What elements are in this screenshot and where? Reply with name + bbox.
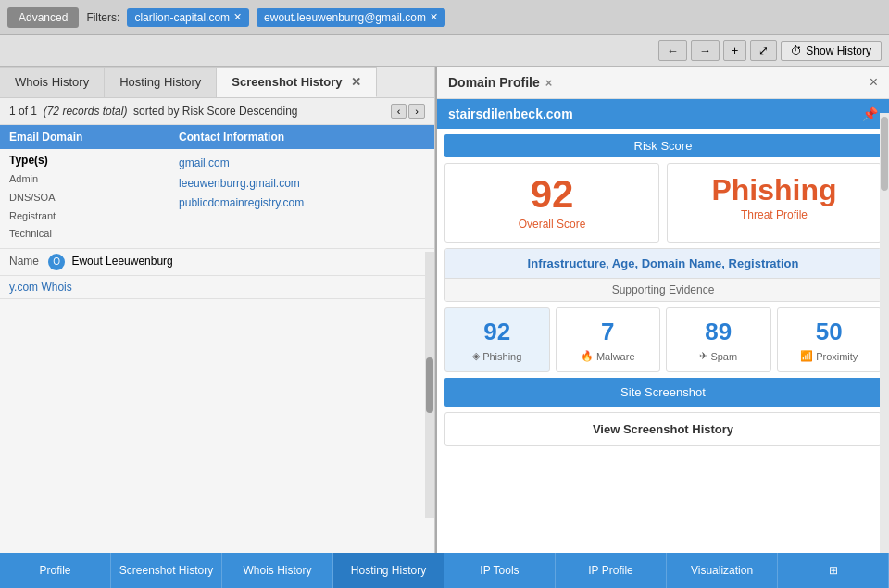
records-next-button[interactable]: › <box>408 104 425 119</box>
threat-label: Threat Profile <box>675 208 873 221</box>
show-history-label: Show History <box>806 44 871 57</box>
bottom-tab-ip-profile[interactable]: IP Profile <box>556 553 667 588</box>
col-contact-info: Contact Information <box>169 125 434 149</box>
show-history-button[interactable]: ⏱ Show History <box>781 41 882 61</box>
table-container: Email Domain Contact Information Type(s)… <box>0 125 434 299</box>
modal-header: Domain Profile × × <box>437 67 889 99</box>
nav-plus-button[interactable]: + <box>723 40 747 61</box>
spam-score-label: ✈ Spam <box>670 350 767 362</box>
scores-row: 92 ◈ Phishing 7 🔥 Malware 89 ✈ Spam <box>444 307 882 372</box>
proximity-icon: 📶 <box>800 350 813 362</box>
view-screenshot-button[interactable]: View Screenshot History <box>444 412 882 446</box>
overall-score-number: 92 <box>453 175 651 214</box>
table-row: Type(s) Admin DNS/SOA Registrant Technic… <box>0 149 434 249</box>
malware-score-num: 7 <box>560 318 657 346</box>
spam-icon: ✈ <box>699 350 707 362</box>
left-panel: Whois History Hosting History Screenshot… <box>0 67 435 553</box>
col-email-domain: Email Domain <box>0 125 169 149</box>
top-bar: Advanced Filters: clarlion-capital.com ✕… <box>0 0 889 35</box>
records-nav: ‹ › <box>391 104 425 119</box>
tab-hosting-history[interactable]: Hosting History <box>105 67 217 97</box>
filter-tag-1: clarlion-capital.com ✕ <box>127 8 249 27</box>
domain-header: stairsdilenbeck.com 📌 <box>437 99 889 129</box>
records-bar: 1 of 1 (72 records total) sorted by Risk… <box>0 98 434 125</box>
modal-close-button[interactable]: × <box>870 74 878 91</box>
filter-tag-2-text: ewout.leeuwenburrg@gmail.com <box>264 11 426 24</box>
bottom-tab-profile[interactable]: Profile <box>0 553 111 588</box>
malware-icon: 🔥 <box>581 350 594 362</box>
modal-title-text: Domain Profile <box>448 75 540 90</box>
phishing-score-num: 92 <box>449 318 545 346</box>
threat-profile-box: Phishing Threat Profile <box>667 163 882 243</box>
filter-tag-1-text: clarlion-capital.com <box>134 11 230 24</box>
malware-score-label: 🔥 Malware <box>560 350 657 362</box>
email-domain-cell: gmail.com leeuwenburrg.gmail.com publicd… <box>169 149 434 249</box>
domain-profile-modal: Domain Profile × × stairsdilenbeck.com 📌… <box>435 67 889 553</box>
whois-row: y.com Whois <box>0 276 434 299</box>
records-prev-button[interactable]: ‹ <box>391 104 407 119</box>
overall-score-box: 92 Overall Score <box>444 163 659 243</box>
score-row: 92 Overall Score Phishing Threat Profile <box>444 163 882 243</box>
nav-left-button[interactable]: ← <box>658 40 687 61</box>
filter-tag-2-close[interactable]: ✕ <box>430 11 438 23</box>
risk-score-header: Risk Score <box>444 134 882 157</box>
bottom-tab-whois-history[interactable]: Whois History <box>222 553 333 588</box>
score-spam: 89 ✈ Spam <box>666 307 771 372</box>
clock-icon: ⏱ <box>791 44 802 57</box>
modal-title-close-x[interactable]: × <box>545 76 553 90</box>
threat-text: Phishing <box>675 175 873 205</box>
modal-title: Domain Profile × <box>448 75 552 90</box>
modal-body: stairsdilenbeck.com 📌 Risk Score 92 Over… <box>437 99 889 553</box>
score-proximity: 50 📶 Proximity <box>777 307 883 372</box>
bottom-bar: Profile Screenshot History Whois History… <box>0 553 889 588</box>
records-text: 1 of 1 (72 records total) sorted by Risk… <box>9 105 298 118</box>
proximity-score-label: 📶 Proximity <box>782 350 878 362</box>
score-phishing: 92 ◈ Phishing <box>444 307 550 372</box>
filters-label: Filters: <box>86 11 119 24</box>
bottom-tab-hosting-history[interactable]: Hosting History <box>333 553 444 588</box>
bottom-tab-visualization[interactable]: Visualization <box>667 553 778 588</box>
evidence-box: Infrastructure, Age, Domain Name, Regist… <box>444 248 882 302</box>
second-bar: ← → + ⤢ ⏱ Show History <box>0 35 889 67</box>
pin-icon[interactable]: 📌 <box>862 106 878 121</box>
bottom-tab-ip-tools[interactable]: IP Tools <box>444 553 556 588</box>
evidence-title: Infrastructure, Age, Domain Name, Regist… <box>445 249 881 278</box>
phishing-icon: ◈ <box>472 350 480 362</box>
bottom-tab-screenshot-history[interactable]: Screenshot History <box>111 553 222 588</box>
nav-expand-button[interactable]: ⤢ <box>750 40 777 61</box>
domain-name: stairsdilenbeck.com <box>448 106 573 121</box>
tab-whois-history[interactable]: Whois History <box>0 67 105 97</box>
phishing-score-label: ◈ Phishing <box>449 350 545 362</box>
overall-score-label: Overall Score <box>453 218 651 231</box>
data-table: Email Domain Contact Information Type(s)… <box>0 125 434 299</box>
filter-tag-1-close[interactable]: ✕ <box>233 11 242 23</box>
bottom-tab-grid[interactable]: ⊞ <box>778 553 889 588</box>
nav-right-button[interactable]: → <box>691 40 720 61</box>
type-cell: Type(s) Admin DNS/SOA Registrant Technic… <box>0 149 169 249</box>
grid-icon: ⊞ <box>829 564 838 577</box>
score-malware: 7 🔥 Malware <box>556 307 661 372</box>
advanced-button[interactable]: Advanced <box>7 7 79 28</box>
proximity-score-num: 50 <box>782 318 878 346</box>
evidence-sub: Supporting Evidence <box>445 278 881 301</box>
contact-row: Name O Ewout Leeuwenburg <box>0 249 434 276</box>
spam-score-num: 89 <box>670 318 767 346</box>
tab-screenshot-history[interactable]: Screenshot History ✕ <box>217 67 377 97</box>
filter-tag-2: ewout.leeuwenburrg@gmail.com ✕ <box>257 8 445 27</box>
tab-close-icon[interactable]: ✕ <box>351 75 361 89</box>
tab-bar: Whois History Hosting History Screenshot… <box>0 67 434 98</box>
screenshot-bar[interactable]: Site Screenshot <box>444 378 882 407</box>
